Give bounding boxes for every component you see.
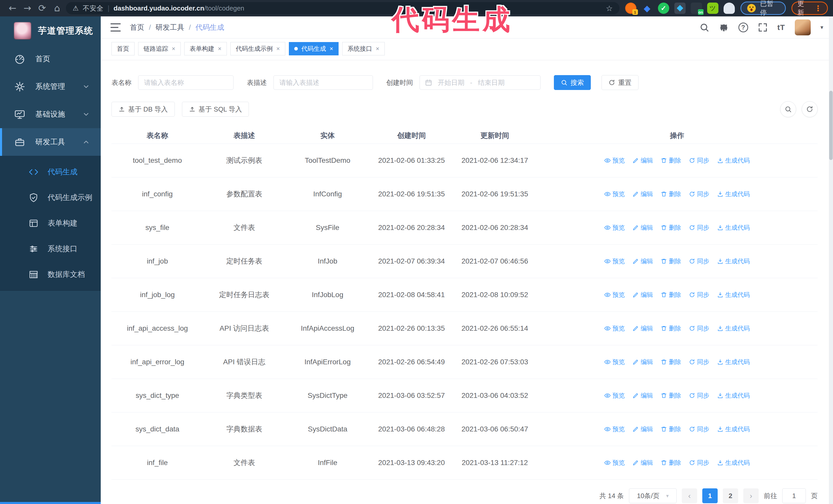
generate-code-link[interactable]: 生成代码 [717, 425, 750, 433]
generate-code-link[interactable]: 生成代码 [717, 257, 750, 265]
edit-link[interactable]: 编辑 [633, 324, 653, 333]
page-size-select[interactable]: 10条/页 ▾ [629, 488, 677, 503]
help-icon[interactable]: ? [738, 23, 748, 32]
refresh-table-button[interactable] [802, 101, 818, 117]
sidebar-item-system-management[interactable]: 系统管理 [0, 73, 101, 100]
sidebar-item-system-api[interactable]: 系统接口 [0, 236, 101, 262]
edit-link[interactable]: 编辑 [633, 223, 653, 232]
browser-back-icon[interactable]: ← [5, 0, 20, 17]
preview-link[interactable]: 预览 [604, 223, 625, 232]
browser-home-icon[interactable]: ⌂ [50, 0, 65, 17]
close-icon[interactable]: × [330, 45, 333, 52]
preview-link[interactable]: 预览 [604, 190, 625, 198]
sync-link[interactable]: 同步 [689, 157, 710, 165]
sync-link[interactable]: 同步 [689, 190, 710, 198]
sync-link[interactable]: 同步 [689, 358, 710, 366]
generate-code-link[interactable]: 生成代码 [717, 291, 750, 299]
reset-button[interactable]: 重置 [601, 75, 639, 90]
toggle-search-button[interactable] [780, 101, 796, 117]
close-icon[interactable]: × [218, 45, 221, 52]
close-icon[interactable]: × [376, 45, 379, 52]
edit-link[interactable]: 编辑 [633, 358, 653, 366]
page-button-1[interactable]: 1 [702, 488, 718, 503]
generate-code-link[interactable]: 生成代码 [717, 391, 750, 400]
preview-link[interactable]: 预览 [604, 391, 625, 400]
github-icon[interactable] [719, 23, 729, 32]
avatar-caret-down-icon[interactable]: ▾ [820, 24, 823, 30]
sync-link[interactable]: 同步 [689, 425, 710, 433]
sidebar-item-form-builder[interactable]: 表单构建 [0, 211, 101, 236]
delete-link[interactable]: 删除 [661, 190, 681, 198]
edit-link[interactable]: 编辑 [633, 391, 653, 400]
generate-code-link[interactable]: 生成代码 [717, 223, 750, 232]
tag-tracing[interactable]: 链路追踪× [138, 42, 181, 55]
delete-link[interactable]: 删除 [661, 459, 681, 467]
browser-update-button[interactable]: 更新 ⋮ [791, 2, 828, 15]
sidebar-item-home[interactable]: 首页 [0, 45, 101, 73]
import-db-button[interactable]: 基于 DB 导入 [112, 102, 175, 117]
delete-link[interactable]: 删除 [661, 157, 681, 165]
bookmark-star-icon[interactable]: ☆ [606, 4, 613, 13]
tag-form-builder[interactable]: 表单构建× [184, 42, 227, 55]
next-page-button[interactable]: › [743, 488, 759, 503]
sync-link[interactable]: 同步 [689, 324, 710, 333]
browser-menu-kebab-icon[interactable]: ⋮ [814, 4, 822, 13]
delete-link[interactable]: 删除 [661, 425, 681, 433]
search-icon[interactable] [699, 23, 709, 32]
extensions-puzzle-icon[interactable] [723, 3, 735, 14]
preview-link[interactable]: 预览 [604, 291, 625, 299]
breadcrumb-home[interactable]: 首页 [130, 23, 144, 32]
tag-system-api[interactable]: 系统接口× [342, 42, 385, 55]
edit-link[interactable]: 编辑 [633, 425, 653, 433]
goto-page-input[interactable] [782, 488, 806, 503]
table-name-input[interactable] [138, 75, 234, 90]
sidebar-item-dev-tools[interactable]: 研发工具 [0, 128, 101, 156]
generate-code-link[interactable]: 生成代码 [717, 358, 750, 366]
browser-profile-chip[interactable]: 已暂停 [740, 2, 786, 15]
generate-code-link[interactable]: 生成代码 [717, 157, 750, 165]
sync-link[interactable]: 同步 [689, 459, 710, 467]
search-button[interactable]: 搜索 [554, 75, 591, 90]
extension-icon[interactable]: 1 [625, 3, 636, 14]
date-range-picker[interactable]: 开始日期 - 结束日期 [420, 75, 541, 90]
sidebar-item-codegen-example[interactable]: 代码生成示例 [0, 185, 101, 211]
sidebar-item-db-doc[interactable]: 数据库文档 [0, 262, 101, 287]
app-logo[interactable]: 芋道管理系统 [0, 17, 101, 45]
preview-link[interactable]: 预览 [604, 324, 625, 333]
tag-codegen-example[interactable]: 代码生成示例× [231, 42, 285, 55]
sync-link[interactable]: 同步 [689, 291, 710, 299]
preview-link[interactable]: 预览 [604, 425, 625, 433]
extension-on-icon[interactable]: on [691, 3, 702, 14]
tag-codegen-active[interactable]: 代码生成× [289, 42, 339, 55]
sidebar-item-infrastructure[interactable]: 基础设施 [0, 100, 101, 128]
page-scrollbar[interactable] [829, 17, 833, 504]
sidebar-item-codegen[interactable]: 代码生成 [0, 159, 101, 185]
edit-link[interactable]: 编辑 [633, 291, 653, 299]
delete-link[interactable]: 删除 [661, 358, 681, 366]
extension-droid-icon[interactable]: ツ [707, 3, 718, 14]
fullscreen-icon[interactable] [758, 23, 768, 32]
delete-link[interactable]: 删除 [661, 291, 681, 299]
scrollbar-thumb[interactable] [829, 91, 833, 160]
close-icon[interactable]: × [172, 45, 175, 52]
font-size-icon[interactable]: tT [777, 23, 785, 32]
preview-link[interactable]: 预览 [604, 358, 625, 366]
extension-gem-icon[interactable]: ◆ [642, 3, 653, 14]
close-icon[interactable]: × [276, 45, 280, 52]
prev-page-button[interactable]: ‹ [682, 488, 697, 503]
table-desc-input[interactable] [273, 75, 373, 90]
preview-link[interactable]: 预览 [604, 157, 625, 165]
delete-link[interactable]: 删除 [661, 257, 681, 265]
sync-link[interactable]: 同步 [689, 223, 710, 232]
import-sql-button[interactable]: 基于 SQL 导入 [182, 102, 249, 117]
generate-code-link[interactable]: 生成代码 [717, 324, 750, 333]
preview-link[interactable]: 预览 [604, 257, 625, 265]
edit-link[interactable]: 编辑 [633, 157, 653, 165]
generate-code-link[interactable]: 生成代码 [717, 459, 750, 467]
page-button-2[interactable]: 2 [723, 488, 738, 503]
extension-check-icon[interactable]: ✓ [658, 3, 669, 14]
breadcrumb-dev-tools[interactable]: 研发工具 [156, 23, 184, 32]
sync-link[interactable]: 同步 [689, 257, 710, 265]
edit-link[interactable]: 编辑 [633, 190, 653, 198]
delete-link[interactable]: 删除 [661, 324, 681, 333]
